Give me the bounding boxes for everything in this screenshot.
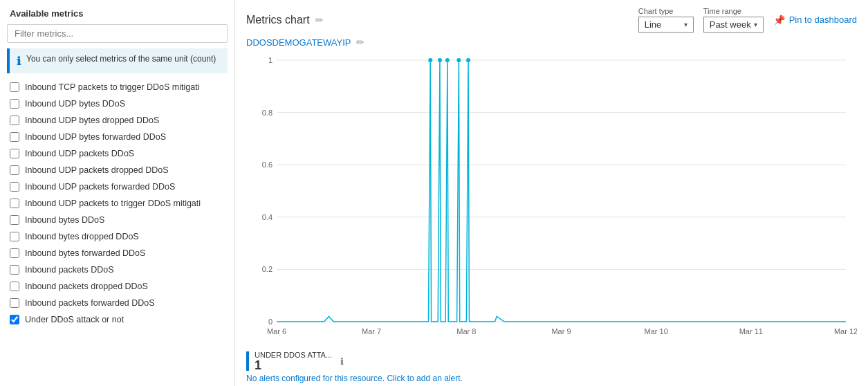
svg-text:Mar 12: Mar 12 [834,327,857,336]
metric-item[interactable]: Inbound UDP bytes forwarded DDoS [3,129,232,145]
metric-checkbox[interactable] [10,199,19,208]
metric-label: Inbound UDP packets dropped DDoS [25,165,169,175]
alert-link[interactable]: No alerts configured for this resource. … [246,374,463,383]
chart-type-label: Chart type [638,7,694,15]
metric-checkbox[interactable] [10,315,19,324]
panel-title: Available metrics [0,0,234,24]
badge-info-icon: ℹ [340,356,344,367]
metric-item[interactable]: Inbound UDP packets DDoS [3,145,232,162]
svg-text:Mar 8: Mar 8 [456,327,476,336]
metric-item[interactable]: Inbound UDP packets dropped DDoS [3,162,232,178]
svg-point-21 [445,58,450,62]
metric-label: Inbound UDP bytes dropped DDoS [25,116,159,125]
metric-item[interactable]: Inbound TCP packets to trigger DDoS miti… [3,79,232,95]
svg-text:Mar 10: Mar 10 [645,327,668,336]
chart-type-value: Line [645,19,662,30]
metric-item[interactable]: Inbound bytes forwarded DDoS [3,245,232,261]
svg-point-20 [438,58,442,62]
metric-item[interactable]: Inbound UDP bytes DDoS [3,95,232,112]
bottom-area: UNDER DDOS ATTA... 1 ℹ No alerts configu… [246,347,857,386]
left-panel: Available metrics ℹ You can only select … [0,0,235,386]
time-range-chevron-icon: ▾ [754,21,757,28]
svg-text:1: 1 [268,56,273,64]
chart-title-text: Metrics chart [246,14,310,26]
metric-checkbox[interactable] [10,165,19,175]
pin-label: Pin to dashboard [789,15,857,25]
metric-label: Inbound UDP bytes forwarded DDoS [25,132,166,142]
metric-checkbox[interactable] [10,265,19,275]
badge-count: 1 [255,359,332,371]
badge-content: UNDER DDOS ATTA... 1 [255,351,332,371]
metric-item[interactable]: Inbound UDP packets forwarded DDoS [3,178,232,195]
svg-text:Mar 11: Mar 11 [739,327,763,336]
time-range-label: Time range [703,7,764,15]
info-banner-text: You can only select metrics of the same … [26,54,216,64]
metric-item[interactable]: Inbound UDP packets to trigger DDoS miti… [3,195,232,212]
pin-icon: 📌 [773,15,785,26]
metric-checkbox[interactable] [10,182,19,192]
chart-type-group: Chart type Line ▾ [638,7,694,33]
badge-title: UNDER DDOS ATTA... [255,351,332,359]
chart-title-edit-icon[interactable]: ✏ [315,15,324,26]
svg-point-22 [456,58,461,62]
info-banner: ℹ You can only select metrics of the sam… [7,48,228,73]
metric-label: Inbound UDP packets DDoS [25,149,134,158]
badge-bar [246,351,249,371]
svg-text:0.6: 0.6 [262,160,273,169]
metric-label: Inbound UDP packets to trigger DDoS miti… [25,199,201,208]
metric-item[interactable]: Inbound bytes DDoS [3,212,232,228]
metric-label: Inbound packets dropped DDoS [25,282,148,291]
svg-point-19 [428,58,432,62]
resource-row: DDOSDEMOGATEWAYIP ✏ [246,37,857,48]
chart-header: Metrics chart ✏ Chart type Line ▾ Time r… [246,7,857,33]
metric-label: Inbound bytes forwarded DDoS [25,248,145,258]
svg-text:0.4: 0.4 [262,213,273,221]
metric-checkbox[interactable] [10,99,19,109]
metric-label: Inbound bytes DDoS [25,215,104,225]
metric-label: Inbound bytes dropped DDoS [25,232,139,241]
filter-metrics-input[interactable] [7,24,228,43]
svg-text:0.8: 0.8 [262,109,273,117]
metric-item[interactable]: Inbound UDP bytes dropped DDoS [3,112,232,129]
svg-text:0: 0 [268,318,273,326]
resource-name: DDOSDEMOGATEWAYIP [246,37,351,48]
resource-edit-icon[interactable]: ✏ [356,37,364,48]
chart-title-group: Metrics chart ✏ [246,14,324,26]
metric-label: Inbound packets DDoS [25,265,114,275]
metric-item[interactable]: Inbound bytes dropped DDoS [3,228,232,245]
pin-to-dashboard-button[interactable]: 📌 Pin to dashboard [773,15,857,26]
metric-label: Under DDoS attack or not [25,315,124,324]
metric-checkbox[interactable] [10,132,19,142]
metric-checkbox[interactable] [10,232,19,241]
svg-text:0.2: 0.2 [262,265,273,273]
chart-area: 10.80.60.40.20Mar 6Mar 7Mar 8Mar 9Mar 10… [246,50,857,347]
metric-checkbox[interactable] [10,215,19,225]
right-panel: Metrics chart ✏ Chart type Line ▾ Time r… [235,0,868,386]
metric-label: Inbound UDP bytes DDoS [25,99,125,109]
info-icon: ℹ [17,55,21,68]
metric-checkbox[interactable] [10,82,19,92]
metric-label: Inbound UDP packets forwarded DDoS [25,182,175,192]
metric-item[interactable]: Under DDoS attack or not [3,311,232,328]
metrics-list: Inbound TCP packets to trigger DDoS miti… [0,79,234,386]
svg-point-23 [466,58,470,62]
time-range-group: Time range Past week ▾ [703,7,764,33]
metric-checkbox[interactable] [10,282,19,291]
metric-item[interactable]: Inbound packets DDoS [3,261,232,278]
svg-text:Mar 9: Mar 9 [551,327,571,336]
metric-label: Inbound packets forwarded DDoS [25,298,155,308]
time-range-select[interactable]: Past week ▾ [703,17,764,33]
metric-checkbox[interactable] [10,116,19,125]
svg-text:Mar 6: Mar 6 [267,327,286,336]
chart-controls: Chart type Line ▾ Time range Past week ▾… [638,7,857,33]
time-range-value: Past week [710,19,751,30]
metric-checkbox[interactable] [10,298,19,308]
metric-checkbox[interactable] [10,248,19,258]
alert-badge: UNDER DDOS ATTA... 1 ℹ [246,351,857,371]
chart-type-select[interactable]: Line ▾ [638,17,694,33]
metric-checkbox[interactable] [10,149,19,158]
metric-item[interactable]: Inbound packets dropped DDoS [3,278,232,295]
svg-text:Mar 7: Mar 7 [362,327,381,336]
metric-item[interactable]: Inbound packets forwarded DDoS [3,295,232,311]
chart-type-chevron-icon: ▾ [684,21,687,28]
